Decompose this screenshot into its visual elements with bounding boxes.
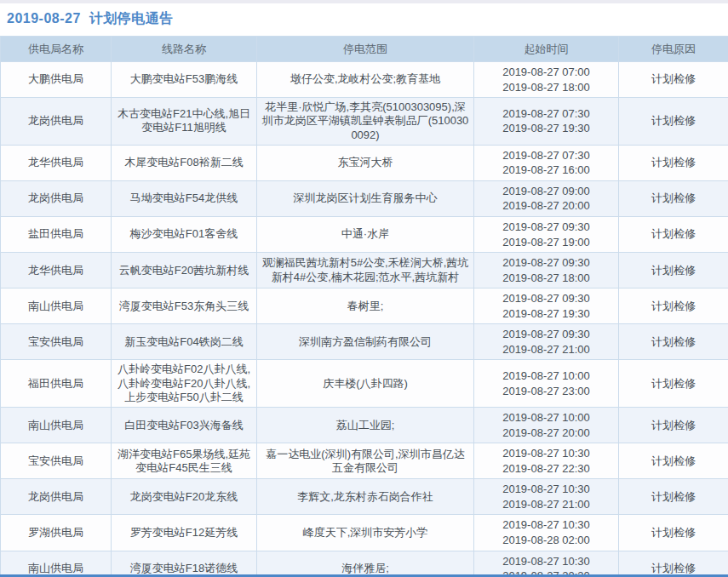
time-cell: 2019-08-27 09:30 2019-08-27 19:00 — [474, 217, 619, 253]
top-strip — [0, 0, 728, 3]
bureau-cell: 南山供电局 — [1, 408, 112, 443]
end-time: 2019-08-27 16:00 — [478, 163, 615, 178]
time-cell: 2019-08-27 09:30 2019-08-27 21:00 — [474, 324, 619, 360]
scope-cell: 庆丰楼(八卦四路) — [257, 360, 474, 408]
table-row: 福田供电局 八卦岭变电站F02八卦八线,八卦岭变电站F20八卦八线,上步变电站F… — [1, 360, 728, 408]
reason-cell: 计划检修 — [619, 253, 728, 288]
bureau-cell: 福田供电局 — [1, 360, 112, 408]
line-cell: 木犀变电站F08裕新二线 — [112, 145, 257, 180]
reason-cell: 计划检修 — [619, 217, 728, 253]
start-time: 2019-08-27 09:00 — [478, 184, 615, 199]
start-time: 2019-08-27 07:30 — [478, 106, 615, 122]
scope-cell: 嘉一达电业(深圳)有限公司,深圳市昌亿达五金有限公司 — [257, 443, 474, 479]
line-cell: 马坳变电站F54龙供线 — [112, 180, 257, 216]
end-time: 2019-08-27 18:00 — [478, 271, 615, 286]
scope-cell: 李辉文,龙东村赤石岗合作社 — [257, 479, 474, 515]
line-cell: 梅沙变电站F01客舍线 — [112, 217, 257, 253]
scope-cell: 峰度天下,深圳市安芳小学 — [257, 515, 474, 551]
column-header-time: 起始时间 — [474, 37, 619, 62]
scope-cell: 花半里·欣悦广场,李其亮(5100303095),深圳市龙岗区平湖镇凯皇钟表制品… — [257, 98, 474, 146]
line-cell: 龙岗变电站F20龙东线 — [112, 479, 257, 515]
bureau-cell: 南山供电局 — [1, 288, 112, 324]
line-cell: 湾厦变电站F53东角头三线 — [112, 288, 257, 324]
line-cell: 湖洋变电站F65果场线,廷苑变电站F45民生三线 — [112, 443, 257, 479]
table-body: 大鹏供电局 大鹏变电站F53鹏海线 墩仔公变,龙岐村公变;教育基地 2019-0… — [1, 62, 728, 577]
table-row: 南山供电局 湾厦变电站F53东角头三线 春树里; 2019-08-27 09:3… — [1, 288, 728, 324]
end-time: 2019-08-27 21:00 — [478, 497, 615, 512]
column-header-line: 线路名称 — [112, 37, 257, 62]
time-cell: 2019-08-27 07:00 2019-08-27 18:00 — [474, 62, 619, 98]
bureau-cell: 南山供电局 — [1, 551, 112, 577]
line-cell: 云帆变电站F20茜坑新村线 — [112, 253, 257, 288]
start-time: 2019-08-27 09:30 — [478, 220, 615, 235]
scope-cell: 东宝河大桥 — [257, 145, 474, 180]
end-time: 2019-08-27 19:00 — [478, 235, 615, 250]
page-title: 2019-08-27计划停电通告 — [0, 0, 728, 36]
time-cell: 2019-08-27 10:30 2019-08-27 21:00 — [474, 479, 619, 515]
end-time: 2019-08-27 19:30 — [478, 121, 615, 136]
time-cell: 2019-08-27 09:00 2019-08-27 20:00 — [474, 180, 619, 216]
start-time: 2019-08-27 09:30 — [478, 255, 615, 271]
reason-cell: 计划检修 — [619, 360, 728, 408]
column-header-bureau: 供电局名称 — [1, 37, 112, 62]
column-header-reason: 停电原因 — [619, 37, 728, 62]
scope-cell: 深圳南方盈信制药有限公司 — [257, 324, 474, 360]
outage-notice-page: 2019-08-27计划停电通告 供电局名称 线路名称 停电范围 起始时间 停电… — [0, 0, 728, 577]
line-cell: 罗芳变电站F12延芳线 — [112, 515, 257, 551]
bureau-cell: 宝安供电局 — [1, 443, 112, 479]
reason-cell: 计划检修 — [619, 324, 728, 360]
end-time: 2019-08-27 19:30 — [478, 306, 615, 322]
scope-cell: 海伴雅居; — [257, 551, 474, 577]
reason-cell: 计划检修 — [619, 515, 728, 551]
reason-cell: 计划检修 — [619, 180, 728, 216]
header-row: 供电局名称 线路名称 停电范围 起始时间 停电原因 — [1, 37, 728, 62]
bureau-cell: 龙华供电局 — [1, 253, 112, 288]
start-time: 2019-08-27 09:30 — [478, 327, 615, 342]
time-cell: 2019-08-27 10:30 2019-08-27 22:30 — [474, 443, 619, 479]
bureau-cell: 龙岗供电局 — [1, 98, 112, 146]
start-time: 2019-08-27 10:30 — [478, 482, 615, 497]
start-time: 2019-08-27 07:00 — [478, 65, 615, 80]
scope-cell: 中通·水岸 — [257, 217, 474, 253]
bureau-cell: 盐田供电局 — [1, 217, 112, 253]
scope-cell: 荔山工业园; — [257, 408, 474, 443]
column-header-scope: 停电范围 — [257, 37, 474, 62]
end-time: 2019-08-27 20:00 — [478, 198, 615, 214]
bureau-cell: 龙岗供电局 — [1, 479, 112, 515]
start-time: 2019-08-27 10:00 — [478, 368, 615, 384]
table-row: 龙岗供电局 龙岗变电站F20龙东线 李辉文,龙东村赤石岗合作社 2019-08-… — [1, 479, 728, 515]
bureau-cell: 龙岗供电局 — [1, 180, 112, 216]
table-row: 龙岗供电局 木古变电站F21中心线,旭日变电站F11旭明线 花半里·欣悦广场,李… — [1, 98, 728, 146]
end-time: 2019-08-27 22:30 — [478, 461, 615, 477]
line-cell: 新玉变电站F04铁岗二线 — [112, 324, 257, 360]
time-cell: 2019-08-27 10:00 2019-08-27 23:00 — [474, 360, 619, 408]
line-cell: 八卦岭变电站F02八卦八线,八卦岭变电站F20八卦八线,上步变电站F50八卦二线 — [112, 360, 257, 408]
line-cell: 白田变电站F03兴海备线 — [112, 408, 257, 443]
line-cell: 木古变电站F21中心线,旭日变电站F11旭明线 — [112, 98, 257, 146]
outage-table: 供电局名称 线路名称 停电范围 起始时间 停电原因 大鹏供电局 大鹏变电站F53… — [0, 36, 728, 577]
scope-cell: 深圳龙岗区计划生育服务中心 — [257, 180, 474, 216]
time-cell: 2019-08-27 07:30 2019-08-27 16:00 — [474, 145, 619, 180]
reason-cell: 计划检修 — [619, 62, 728, 98]
time-cell: 2019-08-27 10:30 2019-08-27 20:30 — [474, 551, 619, 577]
bureau-cell: 罗湖供电局 — [1, 515, 112, 551]
time-cell: 2019-08-27 09:30 2019-08-27 18:00 — [474, 253, 619, 288]
reason-cell: 计划检修 — [619, 443, 728, 479]
table-row: 南山供电局 湾厦变电站F18诺德线 海伴雅居; 2019-08-27 10:30… — [1, 551, 728, 577]
scope-cell: 春树里; — [257, 288, 474, 324]
table-row: 盐田供电局 梅沙变电站F01客舍线 中通·水岸 2019-08-27 09:30… — [1, 217, 728, 253]
reason-cell: 计划检修 — [619, 408, 728, 443]
line-cell: 大鹏变电站F53鹏海线 — [112, 62, 257, 98]
bureau-cell: 宝安供电局 — [1, 324, 112, 360]
table-row: 罗湖供电局 罗芳变电站F12延芳线 峰度天下,深圳市安芳小学 2019-08-2… — [1, 515, 728, 551]
reason-cell: 计划检修 — [619, 551, 728, 577]
table-row: 龙华供电局 云帆变电站F20茜坑新村线 观澜福民茜坑新村5#公变,禾槎涧大桥,茜… — [1, 253, 728, 288]
table-row: 宝安供电局 新玉变电站F04铁岗二线 深圳南方盈信制药有限公司 2019-08-… — [1, 324, 728, 360]
table-row: 大鹏供电局 大鹏变电站F53鹏海线 墩仔公变,龙岐村公变;教育基地 2019-0… — [1, 62, 728, 98]
reason-cell: 计划检修 — [619, 288, 728, 324]
start-time: 2019-08-27 10:30 — [478, 554, 615, 569]
page-title-date: 2019-08-27 — [7, 11, 81, 26]
table-header: 供电局名称 线路名称 停电范围 起始时间 停电原因 — [1, 37, 728, 62]
scope-cell: 墩仔公变,龙岐村公变;教育基地 — [257, 62, 474, 98]
page-title-label: 计划停电通告 — [89, 11, 174, 26]
